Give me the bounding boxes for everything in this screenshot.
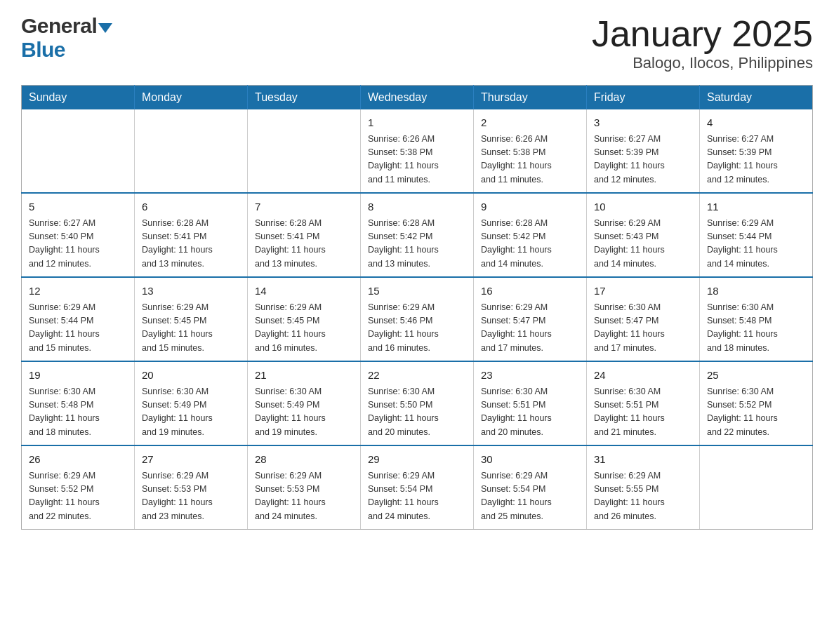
calendar-week-row: 5Sunrise: 6:27 AM Sunset: 5:40 PM Daylig… [22,193,813,277]
day-info: Sunrise: 6:28 AM Sunset: 5:41 PM Dayligh… [142,217,240,271]
day-info: Sunrise: 6:29 AM Sunset: 5:45 PM Dayligh… [255,301,353,356]
calendar-header-row: SundayMondayTuesdayWednesdayThursdayFrid… [22,86,813,110]
calendar-day-13: 13Sunrise: 6:29 AM Sunset: 5:45 PM Dayli… [135,277,248,361]
day-number: 9 [481,199,579,215]
calendar-table: SundayMondayTuesdayWednesdayThursdayFrid… [21,85,813,530]
day-info: Sunrise: 6:29 AM Sunset: 5:54 PM Dayligh… [368,469,466,524]
day-info: Sunrise: 6:30 AM Sunset: 5:52 PM Dayligh… [707,385,805,440]
calendar-day-27: 27Sunrise: 6:29 AM Sunset: 5:53 PM Dayli… [135,445,248,530]
day-number: 22 [368,368,466,384]
calendar-day-6: 6Sunrise: 6:28 AM Sunset: 5:41 PM Daylig… [135,193,248,277]
day-info: Sunrise: 6:28 AM Sunset: 5:42 PM Dayligh… [481,217,579,271]
day-number: 6 [142,199,240,215]
page-subtitle: Balogo, Ilocos, Philippines [592,54,813,72]
day-number: 3 [594,115,692,131]
calendar-day-22: 22Sunrise: 6:30 AM Sunset: 5:50 PM Dayli… [361,361,474,445]
calendar-day-25: 25Sunrise: 6:30 AM Sunset: 5:52 PM Dayli… [700,361,813,445]
day-number: 5 [29,199,127,215]
day-info: Sunrise: 6:29 AM Sunset: 5:46 PM Dayligh… [368,301,466,356]
calendar-empty-cell [135,109,248,193]
calendar-day-28: 28Sunrise: 6:29 AM Sunset: 5:53 PM Dayli… [248,445,361,530]
day-info: Sunrise: 6:30 AM Sunset: 5:51 PM Dayligh… [481,385,579,440]
day-info: Sunrise: 6:30 AM Sunset: 5:49 PM Dayligh… [142,385,240,440]
calendar-day-31: 31Sunrise: 6:29 AM Sunset: 5:55 PM Dayli… [587,445,700,530]
calendar-header-monday: Monday [135,86,248,110]
day-number: 25 [707,368,805,384]
calendar-header-saturday: Saturday [700,86,813,110]
calendar-day-26: 26Sunrise: 6:29 AM Sunset: 5:52 PM Dayli… [22,445,135,530]
day-info: Sunrise: 6:26 AM Sunset: 5:38 PM Dayligh… [481,133,579,187]
day-number: 13 [142,283,240,300]
calendar-header-sunday: Sunday [22,86,135,110]
day-number: 21 [255,368,353,384]
day-number: 2 [481,115,579,131]
calendar-day-21: 21Sunrise: 6:30 AM Sunset: 5:49 PM Dayli… [248,361,361,445]
calendar-day-23: 23Sunrise: 6:30 AM Sunset: 5:51 PM Dayli… [474,361,587,445]
calendar-week-row: 26Sunrise: 6:29 AM Sunset: 5:52 PM Dayli… [22,445,813,530]
day-number: 30 [481,452,579,468]
day-info: Sunrise: 6:27 AM Sunset: 5:39 PM Dayligh… [707,133,805,187]
day-number: 14 [255,283,353,300]
calendar-day-20: 20Sunrise: 6:30 AM Sunset: 5:49 PM Dayli… [135,361,248,445]
calendar-day-11: 11Sunrise: 6:29 AM Sunset: 5:44 PM Dayli… [700,193,813,277]
calendar-week-row: 12Sunrise: 6:29 AM Sunset: 5:44 PM Dayli… [22,277,813,361]
day-number: 16 [481,283,579,300]
calendar-empty-cell [248,109,361,193]
calendar-day-24: 24Sunrise: 6:30 AM Sunset: 5:51 PM Dayli… [587,361,700,445]
calendar-day-29: 29Sunrise: 6:29 AM Sunset: 5:54 PM Dayli… [361,445,474,530]
day-info: Sunrise: 6:29 AM Sunset: 5:44 PM Dayligh… [707,217,805,271]
day-info: Sunrise: 6:27 AM Sunset: 5:39 PM Dayligh… [594,133,692,187]
day-info: Sunrise: 6:30 AM Sunset: 5:47 PM Dayligh… [594,301,692,356]
calendar-header-friday: Friday [587,86,700,110]
calendar-day-19: 19Sunrise: 6:30 AM Sunset: 5:48 PM Dayli… [22,361,135,445]
day-info: Sunrise: 6:29 AM Sunset: 5:47 PM Dayligh… [481,301,579,356]
day-info: Sunrise: 6:30 AM Sunset: 5:50 PM Dayligh… [368,385,466,440]
day-number: 31 [594,452,692,468]
calendar-day-14: 14Sunrise: 6:29 AM Sunset: 5:45 PM Dayli… [248,277,361,361]
title-block: January 2025 Balogo, Ilocos, Philippines [592,14,813,72]
day-number: 12 [29,283,127,300]
day-number: 24 [594,368,692,384]
day-number: 17 [594,283,692,300]
calendar-day-1: 1Sunrise: 6:26 AM Sunset: 5:38 PM Daylig… [361,109,474,193]
day-number: 28 [255,452,353,468]
day-number: 11 [707,199,805,215]
calendar-header-wednesday: Wednesday [361,86,474,110]
day-info: Sunrise: 6:30 AM Sunset: 5:51 PM Dayligh… [594,385,692,440]
day-info: Sunrise: 6:30 AM Sunset: 5:48 PM Dayligh… [29,385,127,440]
day-number: 10 [594,199,692,215]
calendar-week-row: 19Sunrise: 6:30 AM Sunset: 5:48 PM Dayli… [22,361,813,445]
day-info: Sunrise: 6:28 AM Sunset: 5:42 PM Dayligh… [368,217,466,271]
calendar-day-5: 5Sunrise: 6:27 AM Sunset: 5:40 PM Daylig… [22,193,135,277]
day-number: 18 [707,283,805,300]
calendar-day-8: 8Sunrise: 6:28 AM Sunset: 5:42 PM Daylig… [361,193,474,277]
logo-arrow-icon [98,23,112,33]
day-number: 7 [255,199,353,215]
calendar-header-thursday: Thursday [474,86,587,110]
day-number: 15 [368,283,466,300]
day-number: 27 [142,452,240,468]
day-number: 1 [368,115,466,131]
calendar-day-10: 10Sunrise: 6:29 AM Sunset: 5:43 PM Dayli… [587,193,700,277]
calendar-day-12: 12Sunrise: 6:29 AM Sunset: 5:44 PM Dayli… [22,277,135,361]
day-number: 29 [368,452,466,468]
day-info: Sunrise: 6:28 AM Sunset: 5:41 PM Dayligh… [255,217,353,271]
day-number: 20 [142,368,240,384]
day-info: Sunrise: 6:29 AM Sunset: 5:53 PM Dayligh… [142,469,240,524]
calendar-day-7: 7Sunrise: 6:28 AM Sunset: 5:41 PM Daylig… [248,193,361,277]
day-number: 26 [29,452,127,468]
day-info: Sunrise: 6:29 AM Sunset: 5:43 PM Dayligh… [594,217,692,271]
day-number: 19 [29,368,127,384]
calendar-day-4: 4Sunrise: 6:27 AM Sunset: 5:39 PM Daylig… [700,109,813,193]
calendar-day-2: 2Sunrise: 6:26 AM Sunset: 5:38 PM Daylig… [474,109,587,193]
calendar-day-3: 3Sunrise: 6:27 AM Sunset: 5:39 PM Daylig… [587,109,700,193]
logo-general: General [21,14,97,38]
logo-blue: Blue [21,38,65,62]
day-info: Sunrise: 6:29 AM Sunset: 5:55 PM Dayligh… [594,469,692,524]
page-title: January 2025 [592,14,813,54]
day-info: Sunrise: 6:26 AM Sunset: 5:38 PM Dayligh… [368,133,466,187]
calendar-day-9: 9Sunrise: 6:28 AM Sunset: 5:42 PM Daylig… [474,193,587,277]
calendar-day-30: 30Sunrise: 6:29 AM Sunset: 5:54 PM Dayli… [474,445,587,530]
calendar-header-tuesday: Tuesday [248,86,361,110]
day-number: 8 [368,199,466,215]
